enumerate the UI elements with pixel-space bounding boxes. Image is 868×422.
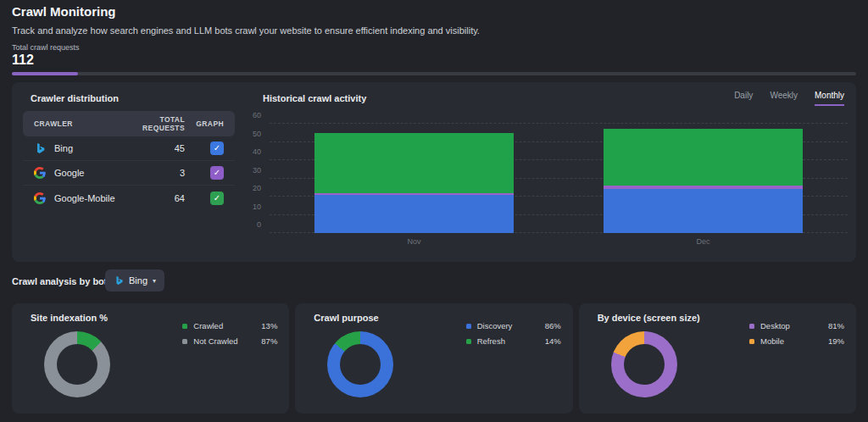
legend-item: Crawled 13% bbox=[182, 321, 277, 330]
column-header-graph: GRAPH bbox=[185, 119, 224, 128]
legend-value: 81% bbox=[824, 321, 844, 330]
google-logo-icon bbox=[34, 192, 46, 204]
site-indexation-donut-chart bbox=[44, 331, 110, 397]
page-header: Crawl Monitoring Track and analyze how s… bbox=[12, 4, 856, 36]
crawl-purpose-card: Crawl purpose Discovery 86% Refresh 14% bbox=[295, 303, 572, 414]
bing-logo-icon bbox=[34, 142, 46, 154]
legend-label: Crawled bbox=[193, 321, 251, 330]
table-row-bing: Bing 45 ✓ bbox=[23, 136, 235, 161]
y-axis-tick: 50 bbox=[253, 130, 261, 138]
card-title: Crawl purpose bbox=[314, 313, 378, 323]
bar-slot-dec: Dec bbox=[559, 124, 848, 233]
total-crawl-requests-value: 112 bbox=[12, 53, 34, 68]
crawler-name: Google bbox=[54, 168, 84, 178]
graph-checkbox-google[interactable]: ✓ bbox=[210, 166, 224, 180]
page-subtitle: Track and analyze how search engines and… bbox=[12, 25, 856, 36]
historical-crawl-activity-title: Historical crawl activity bbox=[263, 93, 366, 103]
column-header-total-requests: TOTAL REQUESTS bbox=[124, 115, 185, 132]
analysis-cards-row: Site indexation % Crawled 13% Not Crawle… bbox=[12, 303, 856, 414]
legend-label: Discovery bbox=[477, 321, 535, 330]
bar-segment-bing bbox=[604, 189, 803, 233]
tab-daily[interactable]: Daily bbox=[734, 91, 753, 106]
column-header-crawler: CRAWLER bbox=[34, 119, 124, 128]
total-requests-progress-track bbox=[12, 72, 856, 75]
card-title: Site indexation % bbox=[31, 313, 108, 323]
legend-value: 19% bbox=[824, 336, 844, 346]
chart-legend: Desktop 81% Mobile 19% bbox=[749, 321, 844, 346]
by-device-card: By device (screen size) Desktop 81% Mobi… bbox=[579, 303, 856, 414]
card-title: By device (screen size) bbox=[598, 313, 700, 323]
crawl-analysis-label: Crawl analysis by bot: bbox=[12, 276, 110, 286]
legend-value: 14% bbox=[541, 336, 561, 346]
x-axis-label: Nov bbox=[270, 237, 559, 246]
chart-legend: Crawled 13% Not Crawled 87% bbox=[182, 321, 277, 346]
table-row-google-mobile: Google-Mobile 64 ✓ bbox=[23, 186, 235, 210]
total-crawl-requests-label: Total crawl requests bbox=[12, 43, 80, 52]
graph-checkbox-google-mobile[interactable]: ✓ bbox=[210, 192, 224, 205]
donut-hole bbox=[624, 344, 665, 385]
crawl-overview-panel: Crawler distribution CRAWLER TOTAL REQUE… bbox=[12, 82, 856, 262]
crawler-name: Bing bbox=[54, 143, 73, 153]
crawler-requests: 64 bbox=[124, 193, 185, 203]
legend-label: Not Crawled bbox=[193, 336, 251, 346]
x-axis-label: Dec bbox=[559, 237, 848, 246]
history-plot: 0102030405060NovDec bbox=[270, 124, 848, 233]
page-title: Crawl Monitoring bbox=[12, 4, 856, 19]
legend-value: 87% bbox=[257, 336, 277, 346]
history-range-tabs: Daily Weekly Monthly bbox=[734, 91, 844, 106]
y-axis-tick: 20 bbox=[253, 184, 261, 192]
bars-area: NovDec bbox=[270, 124, 848, 233]
tab-weekly[interactable]: Weekly bbox=[770, 91, 798, 106]
bar-segment-google-mobile bbox=[604, 129, 803, 186]
y-axis-tick: 0 bbox=[257, 220, 261, 229]
legend-marker bbox=[182, 339, 187, 344]
stacked-bar-dec bbox=[604, 124, 803, 233]
bot-select-dropdown[interactable]: Bing ▾ bbox=[105, 269, 164, 292]
stacked-bar-nov bbox=[314, 124, 514, 233]
legend-label: Desktop bbox=[760, 321, 818, 330]
graph-checkbox-bing[interactable]: ✓ bbox=[210, 142, 224, 155]
legend-label: Refresh bbox=[477, 336, 535, 346]
crawler-distribution-title: Crawler distribution bbox=[31, 93, 119, 103]
legend-item: Not Crawled 87% bbox=[182, 336, 277, 346]
chart-legend: Discovery 86% Refresh 14% bbox=[466, 321, 561, 346]
legend-marker bbox=[466, 339, 471, 344]
crawler-name: Google-Mobile bbox=[54, 193, 115, 203]
bing-logo-icon bbox=[114, 275, 124, 286]
legend-marker bbox=[466, 324, 471, 329]
google-logo-icon bbox=[34, 167, 46, 179]
y-axis-tick: 60 bbox=[253, 111, 261, 119]
total-requests-progress-fill bbox=[12, 72, 78, 75]
table-header-row: CRAWLER TOTAL REQUESTS GRAPH bbox=[23, 111, 235, 136]
bar-slot-nov: Nov bbox=[270, 124, 559, 233]
legend-item: Discovery 86% bbox=[466, 321, 561, 330]
y-axis-tick: 10 bbox=[253, 203, 261, 211]
tab-monthly[interactable]: Monthly bbox=[815, 91, 844, 106]
legend-value: 13% bbox=[257, 321, 277, 330]
legend-marker bbox=[182, 324, 187, 329]
legend-item: Desktop 81% bbox=[749, 321, 844, 330]
crawler-requests: 3 bbox=[124, 168, 185, 178]
crawler-distribution-table: CRAWLER TOTAL REQUESTS GRAPH Bing 45 ✓ bbox=[23, 111, 235, 210]
crawl-purpose-donut-chart bbox=[327, 331, 393, 397]
by-device-donut-chart bbox=[611, 331, 677, 397]
legend-label: Mobile bbox=[760, 336, 818, 346]
donut-hole bbox=[340, 344, 381, 385]
legend-value: 86% bbox=[541, 321, 561, 330]
y-axis-tick: 30 bbox=[253, 166, 261, 175]
site-indexation-card: Site indexation % Crawled 13% Not Crawle… bbox=[12, 303, 289, 414]
table-row-google: Google 3 ✓ bbox=[23, 161, 235, 186]
bot-select-value: Bing bbox=[129, 275, 147, 286]
bar-segment-google-mobile bbox=[314, 133, 514, 193]
crawler-requests: 45 bbox=[124, 143, 185, 153]
bar-segment-bing bbox=[314, 195, 514, 233]
legend-marker bbox=[749, 339, 754, 344]
legend-marker bbox=[749, 324, 754, 329]
crawl-monitoring-page: Crawl Monitoring Track and analyze how s… bbox=[0, 0, 868, 422]
legend-item: Refresh 14% bbox=[466, 336, 561, 346]
y-axis-tick: 40 bbox=[253, 147, 261, 156]
donut-hole bbox=[57, 344, 97, 385]
legend-item: Mobile 19% bbox=[749, 336, 844, 346]
chevron-down-icon: ▾ bbox=[153, 277, 156, 285]
